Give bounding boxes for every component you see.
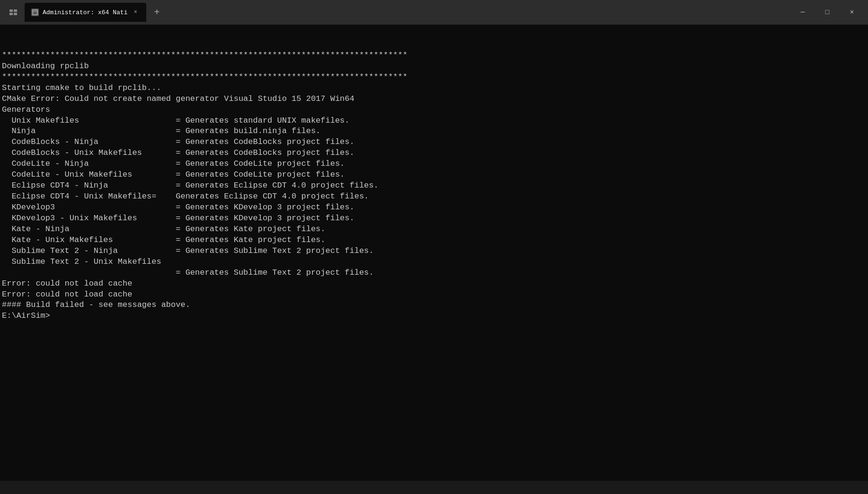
terminal-line: Sublime Text 2 - Unix Makefiles	[2, 257, 866, 268]
terminal-line: #### Build failed - see messages above.	[2, 300, 866, 311]
terminal-line: CMake Error: Could not create named gene…	[2, 94, 866, 105]
terminal-line: Error: could not load cache	[2, 278, 866, 289]
minimize-button[interactable]: ─	[790, 4, 815, 21]
terminal-line: Eclipse CDT4 - Ninja = Generates Eclipse…	[2, 180, 866, 191]
terminal-line: Unix Makefiles = Generates standard UNIX…	[2, 116, 866, 126]
terminal-line: Starting cmake to build rpclib...	[2, 83, 866, 94]
terminal-output[interactable]: ****************************************…	[0, 25, 868, 481]
terminal-line: Ninja = Generates build.ninja files.	[2, 126, 866, 137]
terminal-line: CodeLite - Ninja = Generates CodeLite pr…	[2, 159, 866, 170]
terminal-line: Kate - Ninja = Generates Kate project fi…	[2, 224, 866, 235]
terminal-line: KDevelop3 = Generates KDevelop 3 project…	[2, 202, 866, 213]
svg-rect-4	[33, 10, 37, 15]
terminal-line: = Generates Sublime Text 2 project files…	[2, 268, 866, 278]
bottom-bar	[0, 481, 868, 494]
terminal-line: CodeBlocks - Ninja = Generates CodeBlock…	[2, 137, 866, 148]
window-controls: ─ □ ×	[790, 4, 864, 21]
terminal-line: Generators	[2, 105, 866, 116]
tab-area: Administrator: x64 Nati × +	[4, 0, 790, 25]
svg-rect-3	[14, 13, 17, 15]
terminal-line: Kate - Unix Makefiles = Generates Kate p…	[2, 235, 866, 246]
tab-icon	[31, 9, 39, 16]
maximize-button[interactable]: □	[815, 4, 840, 21]
terminal-line: E:\AirSim>	[2, 311, 866, 322]
tab-close-button[interactable]: ×	[131, 8, 140, 17]
window-close-button[interactable]: ×	[840, 4, 864, 21]
terminal-line: Downloading rpclib	[2, 61, 866, 72]
terminal-line: CodeLite - Unix Makefiles = Generates Co…	[2, 170, 866, 180]
terminal-line: Sublime Text 2 - Ninja = Generates Subli…	[2, 246, 866, 257]
active-tab[interactable]: Administrator: x64 Nati ×	[25, 3, 146, 22]
svg-rect-1	[14, 9, 17, 12]
terminal-line: CodeBlocks - Unix Makefiles = Generates …	[2, 148, 866, 159]
terminal-line: Eclipse CDT4 - Unix Makefiles= Generates…	[2, 191, 866, 202]
title-bar: Administrator: x64 Nati × + ─ □ ×	[0, 0, 868, 25]
svg-rect-0	[9, 9, 13, 12]
terminal-line: KDevelop3 - Unix Makefiles = Generates K…	[2, 213, 866, 224]
terminal-line: Error: could not load cache	[2, 289, 866, 300]
terminal-window: Administrator: x64 Nati × + ─ □ × ******…	[0, 0, 868, 494]
terminal-line: ****************************************…	[2, 72, 866, 83]
svg-rect-2	[9, 13, 13, 15]
terminal-line: ****************************************…	[2, 50, 866, 61]
window-icon-button[interactable]	[4, 3, 23, 22]
new-tab-button[interactable]: +	[148, 4, 165, 21]
tab-label: Administrator: x64 Nati	[43, 9, 127, 16]
